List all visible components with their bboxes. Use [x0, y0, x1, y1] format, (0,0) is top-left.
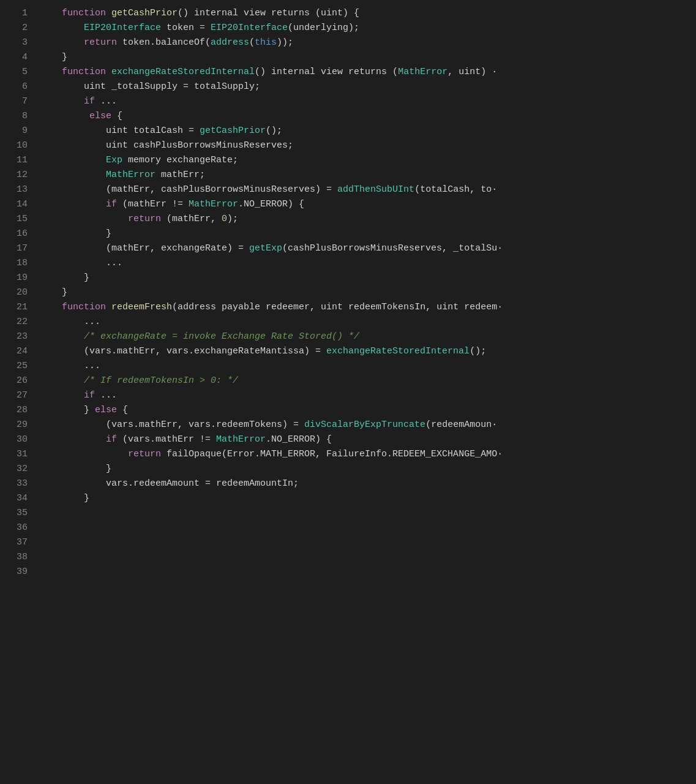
code-content: function getCashPrior() internal view re…: [34, 6, 696, 579]
token: }: [40, 228, 111, 239]
line-number: 10: [9, 138, 28, 153]
code-line: }: [40, 50, 696, 65]
line-number: 2: [9, 21, 28, 36]
code-line: if (mathErr != MathError.NO_ERROR) {: [40, 197, 696, 212]
code-line: uint _totalSupply = totalSupply;: [40, 80, 696, 94]
line-number: 35: [9, 506, 28, 521]
code-line: (mathErr, cashPlusBorrowsMinusReserves) …: [40, 183, 696, 197]
line-number: 31: [9, 447, 28, 462]
line-number: 25: [9, 359, 28, 374]
line-number: 7: [9, 94, 28, 109]
token: function: [62, 8, 111, 18]
token: function: [62, 302, 111, 312]
token: else: [95, 405, 117, 415]
line-number: 28: [9, 403, 28, 418]
token: Exp: [106, 155, 122, 165]
line-number: 15: [9, 212, 28, 227]
token: (totalCash, to·: [414, 184, 497, 195]
line-number: 23: [9, 330, 28, 344]
token: () internal view returns (: [255, 67, 398, 77]
line-number: 6: [9, 80, 28, 94]
token: }: [40, 287, 67, 298]
token: (vars.mathErr !=: [117, 434, 216, 445]
code-line: (vars.mathErr, vars.exchangeRateMantissa…: [40, 344, 696, 359]
token: (redeemAmoun·: [425, 420, 497, 430]
token: );: [227, 214, 238, 224]
token: ();: [266, 126, 282, 136]
token: else: [89, 111, 111, 121]
line-number: 16: [9, 227, 28, 241]
token: 0: [222, 214, 227, 224]
token: MathError: [398, 67, 447, 77]
token: ...: [40, 258, 122, 268]
line-number: 5: [9, 65, 28, 80]
token: function: [62, 67, 111, 77]
token: [40, 96, 84, 107]
token: () internal view returns (uint) {: [178, 8, 359, 18]
token: (: [249, 37, 255, 48]
token: .NO_ERROR) {: [266, 434, 332, 445]
token: (underlying);: [288, 23, 359, 33]
token: [40, 8, 62, 18]
line-number: 4: [9, 50, 28, 65]
code-editor: 1234567891011121314151617181920212223242…: [0, 0, 696, 586]
code-line: (vars.mathErr, vars.redeemTokens) = divS…: [40, 418, 696, 432]
token: }: [40, 464, 111, 474]
code-line: uint totalCash = getCashPrior();: [40, 124, 696, 138]
token: divScalarByExpTruncate: [304, 420, 425, 430]
token: (mathErr !=: [117, 199, 189, 209]
token: exchangeRateStoredInternal: [326, 346, 470, 356]
token: getExp: [249, 243, 282, 254]
line-number: 8: [9, 109, 28, 124]
token: ...: [40, 317, 100, 327]
line-number: 19: [9, 271, 28, 285]
code-line: if ...: [40, 388, 696, 403]
token: return: [84, 37, 117, 48]
code-line: return (mathErr, 0);: [40, 212, 696, 227]
line-number: 26: [9, 374, 28, 388]
code-line: ...: [40, 315, 696, 330]
token: token.balanceOf(: [117, 37, 211, 48]
token: [40, 331, 84, 342]
line-number: 3: [9, 36, 28, 50]
token: .NO_ERROR) {: [238, 199, 304, 209]
code-line: } else {: [40, 403, 696, 418]
token: (mathErr,: [161, 214, 222, 224]
token: [40, 449, 128, 459]
token: address: [211, 37, 249, 48]
token: uint cashPlusBorrowsMinusReserves;: [40, 140, 293, 151]
token: , uint) ·: [447, 67, 497, 77]
token: return: [128, 449, 161, 459]
code-line: return token.balanceOf(address(this));: [40, 36, 696, 50]
token: uint totalCash =: [40, 126, 200, 136]
token: [40, 67, 62, 77]
code-line: return failOpaque(Error.MATH_ERROR, Fail…: [40, 447, 696, 462]
code-line: ...: [40, 359, 696, 374]
code-line: /* exchangeRate = invoke Exchange Rate S…: [40, 330, 696, 344]
code-line: }: [40, 491, 696, 506]
token: mathErr;: [155, 170, 205, 180]
token: return: [128, 214, 161, 224]
line-number: 18: [9, 256, 28, 271]
code-line: uint cashPlusBorrowsMinusReserves;: [40, 138, 696, 153]
token: ();: [470, 346, 486, 356]
token: [40, 170, 106, 180]
code-line: function redeemFresh(address payable red…: [40, 300, 696, 315]
token: [40, 155, 106, 165]
token: (mathErr, exchangeRate) =: [40, 243, 249, 254]
line-number: 37: [9, 535, 28, 550]
token: {: [111, 111, 122, 121]
token: if: [106, 434, 117, 445]
token: if: [84, 390, 95, 401]
token: ...: [40, 361, 100, 371]
line-number: 34: [9, 491, 28, 506]
token: [40, 37, 84, 48]
line-number: 12: [9, 168, 28, 183]
token: ...: [95, 96, 117, 107]
token: MathError: [189, 199, 238, 209]
token: if: [84, 96, 95, 107]
line-number: 17: [9, 241, 28, 256]
token: memory exchangeRate;: [122, 155, 238, 165]
code-line: ...: [40, 256, 696, 271]
token: if: [106, 199, 117, 209]
